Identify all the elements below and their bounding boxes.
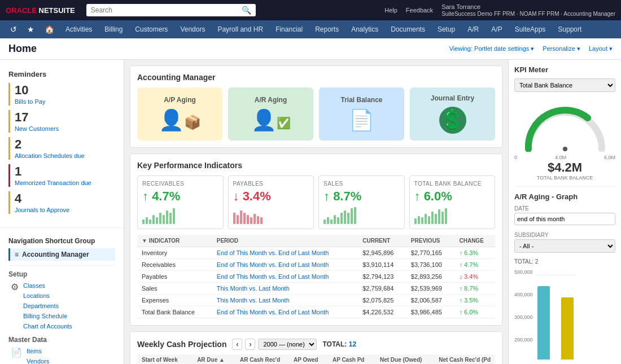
nav-documents[interactable]: Documents	[385, 22, 431, 37]
home-icon[interactable]: ↺	[6, 23, 21, 36]
row-indicator: Sales	[137, 283, 212, 295]
reminder-bills: 10 Bills to Pay	[8, 83, 115, 106]
y-label-200: 200,000	[514, 337, 533, 343]
sales-chart	[323, 207, 400, 224]
accounting-manager-label: Accounting Manager	[22, 251, 89, 258]
bar-group-2	[561, 297, 574, 359]
bar	[435, 214, 437, 224]
kpi-cards-grid: RECEIVABLES 4.7%	[137, 176, 495, 229]
nav-support[interactable]: Support	[552, 22, 587, 37]
master-link-items[interactable]: Items	[27, 346, 82, 356]
setup-link-billing[interactable]: Billing Schedule	[23, 311, 72, 321]
search-box[interactable]: 🔍	[86, 4, 256, 16]
am-card-ar[interactable]: A/R Aging 👤✅	[228, 87, 313, 141]
row-indicator: Total Bank Balance	[137, 306, 212, 318]
nav-ar[interactable]: A/R	[462, 22, 484, 37]
setup-link-chart[interactable]: Chart of Accounts	[23, 321, 72, 331]
bank-arrow	[414, 189, 424, 203]
layout-link[interactable]: Layout ▾	[589, 45, 613, 52]
row-current: $2,945,896	[358, 247, 406, 259]
table-row: Sales This Month vs. Last Month $2,759,6…	[137, 283, 495, 295]
bar	[351, 208, 353, 224]
master-data-title: Master Data	[8, 336, 115, 344]
help-link[interactable]: Help	[384, 7, 397, 14]
bar	[173, 208, 175, 224]
bar	[146, 217, 148, 224]
am-card-je[interactable]: Journal Entry 💲	[410, 87, 495, 141]
favorites-icon[interactable]: ★	[23, 23, 39, 36]
nav-reports[interactable]: Reports	[309, 22, 344, 37]
ar-date-input[interactable]	[514, 213, 615, 225]
feedback-link[interactable]: Feedback	[406, 7, 433, 14]
home-nav-icon[interactable]: 🏠	[40, 23, 59, 36]
setup-link-classes[interactable]: Classes	[23, 280, 72, 291]
customers-label[interactable]: New Customers	[15, 125, 59, 132]
accounting-manager-nav[interactable]: ≡ Accounting Manager	[8, 248, 115, 261]
kpi-table: ▼ INDICATOR PERIOD CURRENT PREVIOUS CHAN…	[137, 235, 495, 318]
row-previous: $2,006,587	[406, 295, 455, 306]
nav-suiteapps[interactable]: SuiteApps	[509, 22, 552, 37]
bar	[327, 217, 329, 224]
kpi-section: Key Performance Indicators RECEIVABLES 4…	[130, 154, 502, 326]
nav-customers[interactable]: Customers	[129, 22, 173, 37]
master-link-vendors[interactable]: Vendors	[27, 356, 82, 364]
ar-icon: 👤✅	[251, 108, 291, 132]
search-input[interactable]	[91, 6, 242, 14]
am-card-ap[interactable]: A/P Aging 👤📦	[137, 87, 222, 141]
wcp-th-ap-owed: AP Owed	[285, 354, 322, 364]
bar	[414, 218, 417, 224]
receivables-chart	[142, 207, 218, 224]
nav-billing[interactable]: Billing	[99, 22, 128, 37]
ar-subsidiary-select[interactable]: - All -	[514, 239, 615, 253]
user-subtitle: SuiteSuccess Demo FF PRM · NOAM FF PRM ·…	[441, 11, 615, 17]
nav-setup[interactable]: Setup	[432, 22, 461, 37]
wcp-nav: ‹ › 2000 — (none)	[232, 339, 317, 350]
wcp-table: Start of Week AR Due ▲ AR Cash Rec'd AP …	[137, 354, 495, 364]
wcp-next-btn[interactable]: ›	[245, 339, 255, 350]
viewing-portlet-link[interactable]: Viewing: Portlet date settings ▾	[449, 45, 535, 52]
user-name: Sara Torrance	[441, 3, 480, 10]
bar	[169, 213, 172, 224]
row-change: ↑ 8.7%	[454, 283, 495, 295]
memo-label[interactable]: Memorized Transaction due	[15, 179, 91, 186]
bills-label[interactable]: Bills to Pay	[15, 98, 45, 105]
row-current: $2,075,825	[358, 295, 406, 306]
ar-subsidiary-label: SUBSIDIARY	[514, 232, 615, 238]
bar	[425, 214, 427, 224]
nav-ap[interactable]: A/P	[486, 22, 508, 37]
bar	[431, 212, 434, 224]
table-row: Payables End of This Month vs. End of La…	[137, 271, 495, 283]
row-indicator: Receivables	[137, 259, 212, 271]
menu-icon: ≡	[15, 251, 19, 258]
payables-val: 3.4%	[243, 189, 271, 203]
reminder-alloc: 2 Allocation Schedules due	[8, 137, 115, 160]
kpi-th-change: CHANGE	[454, 235, 495, 247]
alloc-label[interactable]: Allocation Schedules due	[15, 152, 85, 159]
search-icon: 🔍	[242, 6, 251, 15]
personalize-link[interactable]: Personalize ▾	[543, 45, 580, 52]
y-label-500: 500,000	[514, 269, 533, 275]
journals-label[interactable]: Journals to Approve	[15, 207, 69, 213]
bar	[337, 217, 339, 224]
row-previous: $3,736,100	[406, 259, 455, 271]
wcp-prev-btn[interactable]: ‹	[232, 339, 242, 350]
nav-activities[interactable]: Activities	[60, 22, 98, 37]
setup-link-locations[interactable]: Locations	[23, 291, 72, 301]
wcp-th-ap-cash: AP Cash Pd	[323, 354, 369, 364]
am-cards-grid: A/P Aging 👤📦 A/R Aging 👤✅ Trial Balance …	[137, 87, 495, 141]
nav-payroll-hr[interactable]: Payroll and HR	[212, 22, 269, 37]
row-period: End of This Month vs. End of Last Month	[212, 247, 358, 259]
bar	[441, 212, 444, 224]
bar-yellow	[561, 297, 574, 359]
nav-financial[interactable]: Financial	[270, 22, 308, 37]
am-card-tb[interactable]: Trial Balance 📄	[319, 87, 404, 141]
nav-analytics[interactable]: Analytics	[346, 22, 384, 37]
gauge-container	[520, 101, 610, 152]
nav-vendors[interactable]: Vendors	[174, 22, 211, 37]
setup-link-departments[interactable]: Departments	[23, 301, 72, 311]
kpi-th-previous: PREVIOUS	[406, 235, 455, 247]
row-previous: $2,893,256	[406, 271, 455, 283]
wcp-period-select[interactable]: 2000 — (none)	[258, 339, 317, 350]
kpi-meter-select[interactable]: Total Bank Balance	[514, 78, 615, 92]
bar	[428, 216, 430, 224]
